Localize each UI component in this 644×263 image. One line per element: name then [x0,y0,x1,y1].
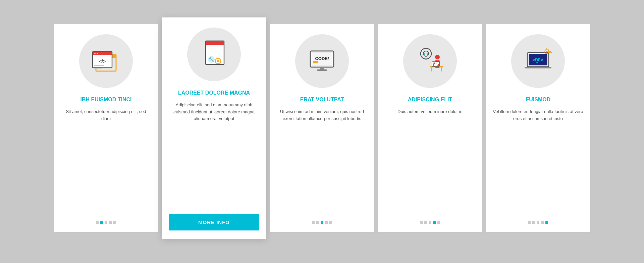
code-monitor-icon: CODE/ [305,44,339,78]
svg-text:🔧: 🔧 [209,57,215,62]
dot-4-3 [429,221,431,224]
svg-point-50 [433,63,434,64]
svg-rect-61 [550,52,552,53]
dot-1-4 [109,221,112,224]
svg-line-63 [545,49,545,50]
svg-point-59 [546,51,548,53]
card-4-footer [385,221,475,224]
svg-rect-35 [320,67,324,70]
card-5: >DEV EUISMOD Vel illum dolore eu feugiat… [486,24,590,232]
dot-4-4 [433,221,436,224]
dot-5-1 [528,221,531,224]
card-2: 🔧 LAOREET DOLORE MAGNA Adipiscing elit, … [162,17,266,239]
card-4: </> [378,24,482,232]
card-3: CODE/ ERAT VOLUTPAT Ut wisi enim ad mini… [270,24,374,232]
svg-rect-60 [548,51,551,52]
svg-rect-34 [313,61,318,63]
svg-rect-11 [94,68,102,69]
settings-doc-icon: 🔧 [197,38,231,71]
card-1-description: Sit amet, consectetuer adipiscing elit, … [61,108,151,214]
svg-rect-48 [441,67,442,71]
card-5-title: EUISMOD [526,96,551,103]
svg-point-52 [436,63,437,64]
card-3-description: Ut wisi enim ad minim veniam, quis nostr… [277,108,367,214]
dot-indicators-4 [420,221,440,224]
dot-1-3 [105,221,107,224]
dot-indicators-3 [312,221,332,224]
card-2-footer: MORE INFO [169,214,259,230]
card-5-footer [493,221,583,224]
svg-line-65 [548,49,549,50]
svg-rect-17 [208,54,221,54]
icon-circle-4: </> [403,34,457,88]
svg-text:</>: </> [99,59,106,64]
card-4-title: ADIPISCING ELIT [408,96,452,103]
dot-3-1 [312,221,315,224]
svg-rect-15 [208,50,221,50]
dot-3-4 [325,221,328,224]
web-code-icon: </> [89,44,123,78]
dot-3-5 [329,221,332,224]
cards-container: </> IBH EUISMOD TINCI Sit amet, consecte… [0,11,644,252]
dot-3-2 [316,221,319,224]
developer-person-icon: </> [413,44,447,78]
dot-4-5 [437,221,440,224]
dot-indicators-1 [96,221,116,224]
dot-1-1 [96,221,99,224]
svg-text:>DEV: >DEV [533,58,543,62]
dot-4-1 [420,221,423,224]
card-3-title: ERAT VOLUTPAT [300,96,344,103]
icon-circle-2: 🔧 [187,28,241,81]
dot-5-3 [537,221,539,224]
icon-circle-1: </> [79,34,133,88]
card-1-footer [61,221,151,224]
svg-rect-9 [94,65,104,66]
dot-3-3 [321,221,323,224]
svg-rect-13 [206,41,224,45]
svg-text:</>: </> [423,52,429,56]
svg-rect-47 [431,67,432,71]
svg-point-6 [94,53,96,54]
dot-1-5 [113,221,116,224]
svg-rect-10 [94,67,107,67]
card-5-description: Vel illum dolore eu feugiat nulla facili… [493,108,583,214]
icon-circle-3: CODE/ [295,34,349,88]
dot-indicators-5 [528,221,548,224]
card-1: </> IBH EUISMOD TINCI Sit amet, consecte… [54,24,158,232]
svg-rect-16 [208,52,220,52]
laptop-dev-icon: >DEV [521,44,555,78]
svg-point-44 [435,55,440,59]
icon-circle-5: >DEV [511,34,565,88]
card-3-footer [277,221,367,224]
card-1-title: IBH EUISMOD TINCI [80,96,132,103]
svg-rect-57 [525,67,551,68]
card-2-description: Adipiscing elit, sed diam nonummy nibh e… [169,102,259,207]
dot-5-5 [545,221,548,224]
svg-point-7 [97,53,98,54]
dot-5-4 [541,221,544,224]
svg-rect-36 [317,69,327,71]
more-info-button[interactable]: MORE INFO [169,214,259,230]
card-4-description: Duis autem vel eum iriure dolor in [397,108,463,214]
svg-point-21 [217,60,219,62]
svg-rect-62 [549,52,550,53]
svg-rect-14 [208,48,218,48]
dot-5-2 [532,221,535,224]
dot-4-2 [424,221,427,224]
dot-1-2 [100,221,103,224]
svg-text:CODE/: CODE/ [315,56,329,61]
card-2-title: LAOREET DOLORE MAGNA [178,90,250,97]
